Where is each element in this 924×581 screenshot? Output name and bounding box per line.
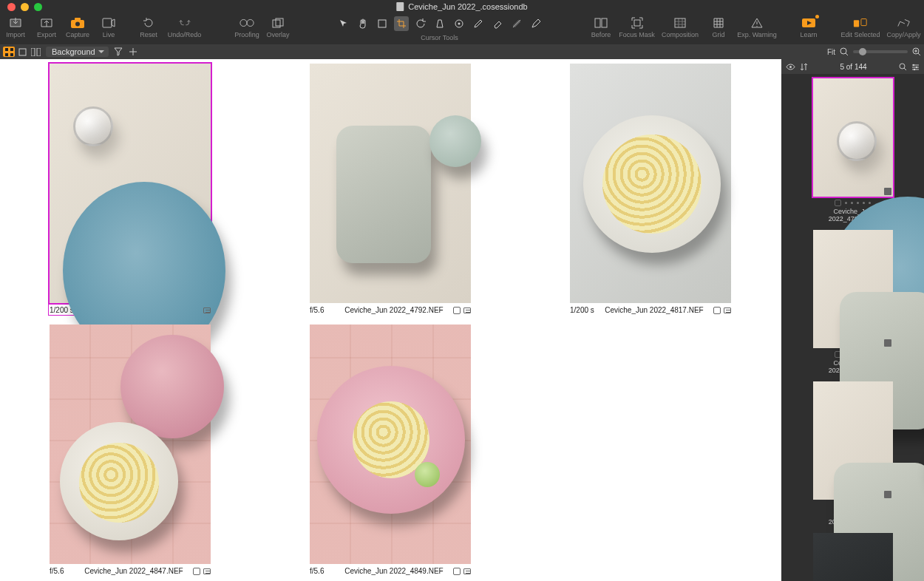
filmstrip-item[interactable]: Ceviche_Jun 2022_4783.NEF — [813, 381, 893, 526]
focus-mask-button[interactable]: Focus Mask — [616, 16, 657, 38]
search-icon[interactable] — [899, 63, 907, 71]
copy-apply-button[interactable]: Copy/Apply — [883, 16, 924, 38]
filmstrip-item[interactable]: Ceviche_Jun 2022_4782.NEF — [813, 230, 893, 374]
view-mode-toggles — [3, 47, 41, 57]
main-toolbar: Import Export Capture Live Reset — [0, 13, 924, 44]
pick-checkbox[interactable] — [453, 307, 461, 314]
capture-button[interactable]: Capture — [62, 16, 93, 38]
filmstrip-body[interactable]: Ceviche_Jun 2022_4781.NEFCeviche_Jun 202… — [781, 74, 924, 581]
filmstrip-thumbnail[interactable] — [813, 78, 893, 197]
view-grid-button[interactable] — [3, 47, 15, 57]
filmstrip-thumbnail[interactable] — [813, 381, 893, 500]
variant-badge-icon — [884, 491, 891, 498]
browser-grid[interactable]: 1/200 sCeviche_Jun 2022_4781.NEFf/5.6Cev… — [0, 59, 781, 581]
meta-filename: Ceviche_Jun 2022_4792.NEF — [341, 306, 447, 314]
svg-rect-19 — [10, 48, 13, 51]
svg-rect-17 — [861, 19, 866, 26]
variant-icon[interactable] — [203, 568, 211, 574]
view-split-button[interactable] — [30, 47, 41, 57]
thumbnail[interactable] — [310, 64, 471, 303]
filter-button[interactable] — [113, 47, 123, 57]
rating-dots[interactable] — [835, 200, 871, 206]
titlebar: Ceviche_Jun 2022_.cosessiondb — [0, 0, 924, 13]
meta-exposure: f/5.6 — [50, 567, 81, 575]
browser-cell[interactable]: f/5.6Ceviche_Jun 2022_4792.NEF — [260, 64, 520, 314]
zoom-in-icon[interactable] — [912, 47, 921, 56]
filmstrip-thumbnail[interactable] — [813, 533, 893, 581]
svg-rect-1 — [75, 18, 81, 21]
svg-point-28 — [900, 64, 905, 69]
view-single-button[interactable] — [16, 47, 28, 57]
exposure-warning-button[interactable]: Exp. Warning — [734, 16, 780, 38]
svg-point-5 — [247, 19, 254, 26]
minimize-button[interactable] — [21, 3, 29, 11]
thumbnail[interactable] — [50, 64, 211, 303]
svg-point-30 — [916, 66, 917, 67]
cursor-crop-tool[interactable] — [394, 16, 409, 31]
svg-point-27 — [789, 66, 792, 68]
thumbnail[interactable] — [570, 64, 731, 303]
variant-icon[interactable] — [203, 308, 211, 313]
pick-checkbox[interactable] — [193, 568, 200, 575]
import-button[interactable]: Import — [0, 16, 31, 38]
cursor-keystone-tool[interactable] — [432, 16, 447, 31]
svg-rect-12 — [602, 18, 607, 27]
filmstrip-item[interactable] — [813, 533, 893, 581]
pick-checkbox[interactable] — [453, 568, 461, 575]
filmstrip-counter: 5 of 144 — [840, 63, 866, 71]
browser-cell[interactable]: 1/200 sCeviche_Jun 2022_4781.NEF — [0, 64, 260, 314]
cursor-brush-tool[interactable] — [471, 16, 486, 31]
svg-rect-21 — [10, 53, 13, 56]
zoom-out-icon[interactable] — [840, 47, 849, 56]
variant-icon[interactable] — [463, 568, 471, 574]
maximize-button[interactable] — [34, 3, 42, 11]
cursor-annotate-tool[interactable] — [529, 16, 543, 31]
browser-cell[interactable]: 1/200 sCeviche_Jun 2022_4817.NEF — [520, 64, 781, 314]
filmstrip-thumbnail[interactable] — [813, 230, 893, 348]
edit-selected-button[interactable]: Edit Selected — [838, 16, 883, 38]
live-button[interactable]: Live — [93, 16, 124, 38]
pick-checkbox[interactable] — [713, 307, 721, 314]
sort-icon[interactable] — [800, 63, 808, 71]
close-button[interactable] — [7, 3, 16, 11]
composition-button[interactable]: Composition — [657, 16, 703, 38]
thumbnail[interactable] — [50, 325, 211, 564]
svg-rect-22 — [19, 49, 26, 55]
browser-cell[interactable]: f/5.6Ceviche_Jun 2022_4849.NEF — [260, 325, 520, 575]
filmstrip-item[interactable]: Ceviche_Jun 2022_4781.NEF — [813, 78, 893, 222]
cursor-shape-tool[interactable] — [375, 16, 390, 31]
svg-rect-16 — [854, 20, 859, 27]
svg-point-2 — [75, 22, 80, 27]
cursor-select-tool[interactable] — [336, 16, 351, 31]
svg-rect-20 — [5, 53, 8, 56]
visibility-icon[interactable] — [786, 64, 795, 70]
cursor-gradient-tool[interactable] — [509, 16, 524, 31]
collection-dropdown[interactable]: Background — [46, 47, 109, 57]
reset-button[interactable]: Reset — [133, 16, 164, 38]
learn-button[interactable]: Learn — [793, 16, 824, 38]
cursor-erase-tool[interactable] — [490, 16, 505, 31]
pick-checkbox[interactable] — [835, 200, 841, 206]
secondary-toolbar: Background Fit — [0, 44, 924, 59]
proofing-button[interactable]: Proofing — [231, 16, 262, 38]
settings-icon[interactable] — [911, 63, 920, 71]
cursor-spot-tool[interactable] — [452, 16, 466, 31]
grid-button[interactable]: Grid — [703, 16, 734, 38]
thumbnail[interactable] — [310, 325, 471, 564]
svg-rect-11 — [595, 18, 600, 27]
app-window: Ceviche_Jun 2022_.cosessiondb Import Exp… — [0, 0, 924, 581]
undo-redo-button[interactable]: Undo/Redo — [164, 16, 205, 38]
cursor-hand-tool[interactable] — [356, 16, 370, 31]
overlay-button[interactable]: Overlay — [262, 16, 293, 38]
variant-icon[interactable] — [463, 308, 471, 313]
svg-point-4 — [240, 19, 247, 26]
before-button[interactable]: Before — [585, 16, 616, 38]
zoom-slider[interactable] — [853, 50, 908, 53]
add-button[interactable] — [128, 47, 138, 57]
meta-exposure: f/5.6 — [310, 306, 341, 314]
export-button[interactable]: Export — [31, 16, 62, 38]
svg-rect-3 — [103, 18, 112, 27]
variant-icon[interactable] — [724, 308, 731, 313]
browser-cell[interactable]: f/5.6Ceviche_Jun 2022_4847.NEF — [0, 325, 260, 575]
cursor-rotate-tool[interactable] — [413, 16, 428, 31]
